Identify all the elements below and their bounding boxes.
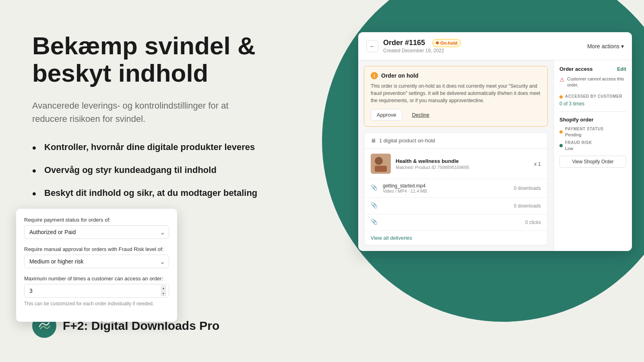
field1-label: Require payment status for orders of: — [24, 217, 169, 223]
file-name-1: getting_started.mp4 — [383, 183, 510, 189]
payment-status-dot — [559, 130, 563, 134]
window-header: ← Order #1165 On-hold Created December 1… — [358, 32, 632, 60]
order-title: Order #1165 — [383, 39, 425, 47]
window-body: i Order on hold This order is currently … — [358, 60, 632, 251]
number-input-wrapper: ▲ ▼ — [24, 284, 169, 298]
on-hold-dot — [436, 41, 439, 44]
alert-icon: i — [371, 72, 378, 79]
alert-text: This order is currently on-hold as it do… — [371, 82, 541, 104]
product-thumbnail — [371, 154, 391, 174]
window-header-left: ← Order #1165 On-hold Created December 1… — [366, 39, 461, 53]
product-id: Matched: Product ID 7598895169695 — [396, 165, 529, 170]
left-content-area: Bekæmp svindel & beskyt indhold Avancere… — [32, 32, 266, 210]
edit-link[interactable]: Edit — [617, 66, 626, 72]
payment-status-value: Pending — [565, 132, 604, 137]
file-icon: 📎 — [371, 184, 379, 192]
field3-label: Maximum number of times a customer can a… — [24, 276, 169, 282]
monitor-icon: 🖥 — [371, 138, 376, 144]
back-button[interactable]: ← — [366, 40, 378, 52]
shopify-order-title: Shopify order — [559, 117, 626, 123]
products-header: 🖥 1 digital product on-hold — [364, 133, 547, 149]
shopify-window: ← Order #1165 On-hold Created December 1… — [358, 32, 632, 251]
accessed-by-label: ACCESSED BY CUSTOMER — [565, 94, 622, 99]
spinner-down[interactable]: ▼ — [161, 291, 166, 296]
bullet-list: Kontroller, hvornår dine digitale produk… — [32, 142, 266, 199]
product-name: Health & wellness bundle — [396, 158, 529, 164]
svg-point-2 — [375, 157, 383, 165]
payment-status-select[interactable]: Authorized or Paid Paid only Any status — [24, 225, 169, 239]
product-row: Health & wellness bundle Matched: Produc… — [364, 149, 547, 179]
fraud-risk-dot — [559, 144, 563, 147]
more-actions-button[interactable]: More actions ▾ — [587, 43, 624, 49]
field1-group: Require payment status for orders of: Au… — [24, 217, 169, 239]
approve-button[interactable]: Approve — [371, 109, 402, 121]
fraud-risk-value: Low — [565, 146, 592, 151]
window-main: i Order on hold This order is currently … — [358, 60, 553, 251]
file-info-1: getting_started.mp4 Video / MP4 · 11.4 M… — [383, 183, 510, 193]
main-heading: Bekæmp svindel & beskyt indhold — [32, 32, 266, 87]
access-warning: ⚠ Customer cannot access this order. — [559, 76, 626, 88]
payment-status-row: PAYMENT STATUS Pending — [559, 127, 626, 137]
field2-select-wrapper: Medium or higher risk High risk only No … — [24, 255, 169, 268]
svg-rect-3 — [375, 166, 387, 172]
file-clicks-3: 0 clicks — [525, 220, 541, 225]
number-spinners: ▲ ▼ — [161, 286, 166, 296]
file-downloads-2: 0 downloads — [514, 203, 541, 209]
bullet-item-3: Beskyt dit indhold og sikr, at du modtag… — [32, 187, 266, 199]
accessed-by-section: ACCESSED BY CUSTOMER 0 of 3 times — [559, 94, 626, 107]
payment-status-label: PAYMENT STATUS — [565, 127, 604, 131]
bullet-item-1: Kontroller, hvornår dine digitale produk… — [32, 142, 266, 153]
warning-triangle-icon: ⚠ — [559, 76, 565, 83]
field2-label: Require manual approval for orders with … — [24, 246, 169, 252]
order-access-panel: Order access Edit ⚠ Customer cannot acce… — [553, 60, 632, 251]
fraud-risk-select[interactable]: Medium or higher risk High risk only No … — [24, 255, 169, 268]
file-downloads-1: 0 downloads — [514, 185, 541, 191]
decline-button[interactable]: Decline — [406, 109, 435, 121]
settings-popup: Require payment status for orders of: Au… — [16, 209, 177, 322]
file-row-2: 📎 0 downloads — [364, 197, 547, 214]
products-section: 🖥 1 digital product on-hold Health & wel… — [364, 132, 548, 245]
on-hold-badge: On-hold — [432, 39, 461, 47]
file-row-1: 📎 getting_started.mp4 Video / MP4 · 11.4… — [364, 179, 547, 197]
view-shopify-button[interactable]: View Shopify Order — [559, 156, 626, 168]
fraud-risk-row: FRAUD RISK Low — [559, 140, 626, 151]
bullet-item-2: Overvåg og styr kundeadgang til indhold — [32, 165, 266, 176]
alert-actions: Approve Decline — [371, 109, 541, 121]
accessed-value: 0 of 3 times — [559, 101, 626, 107]
view-all-deliveries-link[interactable]: View all deliveries — [364, 230, 547, 245]
file-meta-1: Video / MP4 · 11.4 MB — [383, 189, 510, 193]
payment-status-group: PAYMENT STATUS Pending — [565, 127, 604, 137]
fraud-risk-group: FRAUD RISK Low — [565, 140, 592, 151]
panel-divider — [559, 111, 626, 112]
sub-heading: Avancerede leverings- og kontrolindstill… — [32, 99, 266, 125]
spinner-up[interactable]: ▲ — [161, 286, 166, 290]
field1-select-wrapper: Authorized or Paid Paid only Any status — [24, 225, 169, 239]
max-access-input[interactable] — [24, 284, 169, 298]
order-access-title: Order access Edit — [559, 66, 626, 72]
field2-group: Require manual approval for orders with … — [24, 246, 169, 268]
settings-hint: This can be customized for each order in… — [24, 301, 169, 306]
file-icon-2: 📎 — [371, 202, 379, 210]
alert-header: i Order on hold — [371, 72, 541, 79]
access-warning-text: Customer cannot access this order. — [567, 76, 626, 88]
product-qty: x 1 — [534, 161, 541, 167]
fraud-risk-label: FRAUD RISK — [565, 140, 592, 145]
product-info: Health & wellness bundle Matched: Produc… — [396, 158, 529, 170]
alert-title: Order on hold — [381, 72, 419, 79]
on-hold-text: On-hold — [440, 41, 457, 45]
field3-group: Maximum number of times a customer can a… — [24, 276, 169, 306]
file-row-3: 📎 0 clicks — [364, 214, 547, 230]
order-title-group: Order #1165 On-hold Created December 19,… — [383, 39, 461, 53]
file-icon-3: 📎 — [371, 218, 379, 226]
order-date: Created December 19, 2022 — [383, 48, 461, 53]
alert-banner: i Order on hold This order is currently … — [364, 66, 548, 127]
accessed-dot — [559, 95, 563, 99]
